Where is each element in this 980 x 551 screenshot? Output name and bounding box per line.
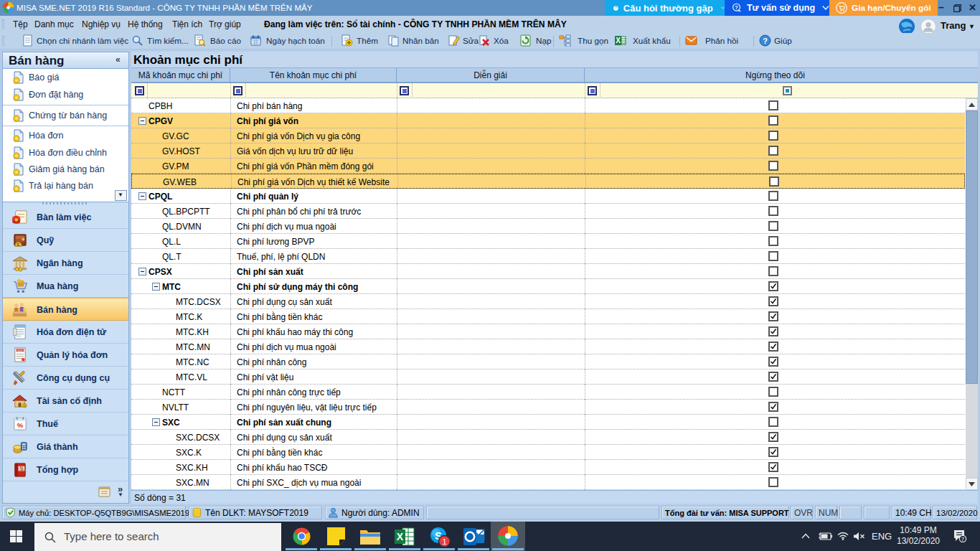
svg-text:7: 7 xyxy=(961,536,965,542)
svg-text:X: X xyxy=(397,531,404,542)
svg-text:?: ? xyxy=(763,37,768,45)
svg-text:?: ? xyxy=(615,6,617,10)
svg-text:?: ? xyxy=(735,4,738,11)
svg-text:HÓA ĐƠN: HÓA ĐƠN xyxy=(15,349,25,352)
svg-text:1: 1 xyxy=(442,537,446,546)
svg-text:%: % xyxy=(17,421,24,429)
svg-text:CÁI: CÁI xyxy=(19,468,24,471)
svg-text:X: X xyxy=(616,37,621,44)
